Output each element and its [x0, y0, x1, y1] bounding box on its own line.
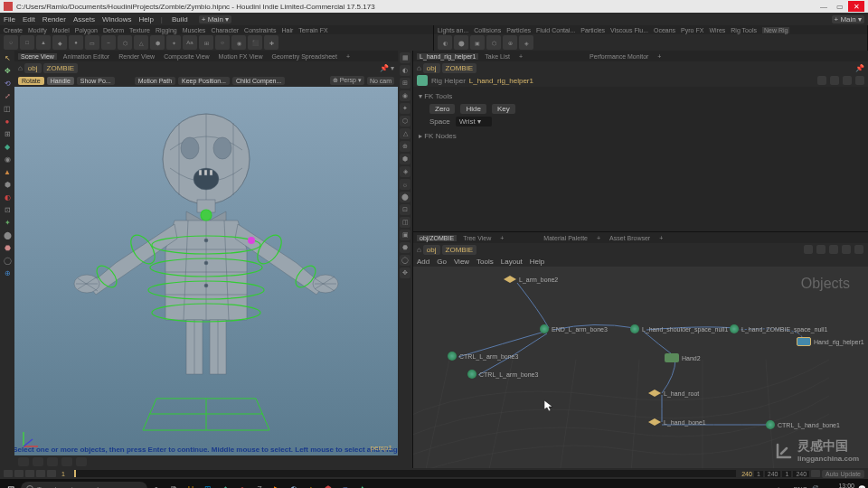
network-tab[interactable]: Material Palette: [541, 235, 590, 241]
pane-tab-render-view[interactable]: Render View: [116, 53, 157, 60]
shelf-tab[interactable]: Particles: [506, 27, 531, 33]
display-icon[interactable]: ✦: [400, 103, 410, 114]
taskbar-app-icon[interactable]: H: [183, 481, 199, 488]
cortana-icon[interactable]: ○: [148, 481, 165, 488]
display-option-icon[interactable]: [18, 457, 29, 466]
node-null[interactable]: CTRL_L_arm_bone3: [448, 352, 518, 361]
flag-icon[interactable]: [843, 76, 852, 85]
display-option-icon[interactable]: [61, 457, 72, 466]
select-tool-icon[interactable]: ↖: [2, 52, 13, 63]
menu-file[interactable]: File: [4, 15, 15, 23]
shelf-tool-icon[interactable]: ●: [69, 35, 83, 50]
network-tab[interactable]: obj/ZOMBIE: [417, 235, 457, 241]
network-tab[interactable]: Asset Browser: [607, 235, 653, 241]
params-tab[interactable]: +: [655, 53, 664, 60]
playback-next-icon[interactable]: [36, 470, 45, 477]
shelf-tab[interactable]: Modify: [28, 27, 47, 33]
tool-icon[interactable]: ◫: [2, 103, 13, 114]
shelf-tool-icon[interactable]: ⊞: [199, 35, 213, 50]
menu-help[interactable]: Help: [138, 15, 153, 23]
pane-tab-geo-spread[interactable]: Geometry Spreadsheet: [269, 53, 340, 60]
network-toolbar-icon[interactable]: [816, 245, 826, 254]
network-toolbar-icon[interactable]: [842, 245, 851, 254]
tray-time[interactable]: 13:00: [823, 483, 854, 488]
shelf-tab[interactable]: Texture: [129, 27, 150, 33]
node-bone[interactable]: L_hand_bone1: [648, 418, 706, 426]
shelf-tab[interactable]: Muscles: [183, 27, 206, 33]
shelf-tool-icon[interactable]: ⬡: [118, 35, 132, 50]
shelf-tool-icon[interactable]: ▭: [85, 35, 99, 50]
path-node[interactable]: ZOMBIE: [442, 245, 477, 255]
move-tool-icon[interactable]: ✥: [2, 65, 13, 76]
node-rig-helper[interactable]: Hand_rig_helper1: [797, 337, 864, 346]
net-menu-layout[interactable]: Layout: [501, 258, 523, 266]
shelf-tab[interactable]: New Rig: [762, 27, 789, 33]
shelf-tab[interactable]: Character: [211, 27, 239, 33]
node-subnet[interactable]: Hand2: [665, 353, 701, 362]
task-view-icon[interactable]: ⧉: [165, 481, 182, 488]
pane-tab-add[interactable]: +: [344, 53, 353, 60]
node-name[interactable]: L_hand_rig_helper1: [469, 77, 533, 85]
global-start[interactable]: 1: [782, 471, 791, 477]
tool-icon[interactable]: ⬤: [2, 230, 13, 240]
tool-icon[interactable]: ⊕: [2, 267, 13, 278]
network-tab[interactable]: +: [656, 235, 665, 241]
motion-path-button[interactable]: Motion Path: [135, 77, 175, 85]
start-button[interactable]: ⊞: [2, 481, 20, 488]
shelf-tool-icon[interactable]: ○: [4, 35, 18, 50]
node-null[interactable]: END_L_arm_bone3: [540, 324, 608, 333]
shelf-tool-icon[interactable]: ◉: [231, 35, 246, 50]
pane-tab-anim-editor[interactable]: Animation Editor: [61, 53, 112, 60]
path-obj[interactable]: obj: [24, 63, 42, 73]
params-tab[interactable]: Performance Monitor: [587, 53, 651, 60]
taskbar-search[interactable]: Type here to search: [21, 482, 147, 488]
shelf-tool-icon[interactable]: □: [20, 35, 34, 50]
display-icon[interactable]: ☼: [400, 179, 410, 190]
shelf-tab[interactable]: Fluid Contai...: [536, 27, 575, 33]
help-icon[interactable]: [830, 76, 839, 85]
shelf-tool-icon[interactable]: ⬡: [486, 35, 501, 50]
tool-icon[interactable]: ⊞: [2, 128, 13, 139]
pane-menu-icon[interactable]: ▾: [391, 64, 394, 72]
display-icon[interactable]: ⬤: [400, 192, 410, 202]
timeline-track[interactable]: [74, 470, 736, 477]
shelf-tool-icon[interactable]: ✚: [264, 35, 278, 50]
desktop-selector[interactable]: Build: [172, 15, 188, 23]
range-start[interactable]: 1: [754, 471, 763, 477]
space-dropdown[interactable]: Wrist ▾: [456, 117, 492, 127]
pane-tab-scene-view[interactable]: Scene View: [18, 53, 57, 60]
tool-icon[interactable]: ●: [2, 116, 13, 127]
taskbar-app-icon[interactable]: ◐: [286, 481, 302, 488]
gear-icon[interactable]: [817, 76, 826, 85]
net-menu-tools[interactable]: Tools: [476, 258, 494, 266]
tool-icon[interactable]: ◉: [2, 154, 13, 164]
shelf-tab[interactable]: Collisions: [474, 27, 501, 33]
camera-dropdown[interactable]: No cam: [367, 77, 394, 85]
tool-icon[interactable]: ◐: [2, 192, 13, 202]
pin-icon[interactable]: 📌: [855, 64, 864, 72]
params-tab[interactable]: L_hand_rig_helper1: [417, 53, 478, 60]
node-null[interactable]: CTRL_L_hand_bone1: [766, 420, 840, 429]
display-icon[interactable]: ⊕: [400, 141, 410, 152]
menu-edit[interactable]: Edit: [23, 15, 35, 23]
display-icon[interactable]: ▣: [400, 230, 410, 240]
display-icon[interactable]: ◐: [400, 65, 410, 76]
zero-button[interactable]: Zero: [429, 104, 455, 114]
shelf-tab[interactable]: Constraints: [244, 27, 276, 33]
node-null[interactable]: L_hand_ZOMBIE_space_null1: [730, 324, 827, 333]
realtime-icon[interactable]: [811, 470, 820, 477]
system-tray[interactable]: ^ ☁ ENG 🔊 13:00 16/04/2019 💬: [777, 483, 866, 488]
display-icon[interactable]: ◉: [400, 90, 410, 101]
shelf-tab[interactable]: Hair: [282, 27, 294, 33]
shelf-tool-icon[interactable]: ⊕: [503, 35, 517, 50]
params-tab[interactable]: +: [516, 53, 525, 60]
display-icon[interactable]: ◯: [400, 255, 410, 266]
tool-icon[interactable]: ◯: [2, 255, 13, 266]
main-pane-dropdown[interactable]: + Main ▾: [199, 15, 231, 23]
path-node[interactable]: ZOMBIE: [442, 63, 477, 73]
menu-windows[interactable]: Windows: [102, 15, 131, 23]
taskbar-app-icon[interactable]: ▶: [269, 481, 285, 488]
tool-icon[interactable]: ✦: [2, 217, 13, 228]
flag-icon[interactable]: [855, 76, 864, 85]
pane-tab-motion-fx[interactable]: Motion FX View: [216, 53, 266, 60]
